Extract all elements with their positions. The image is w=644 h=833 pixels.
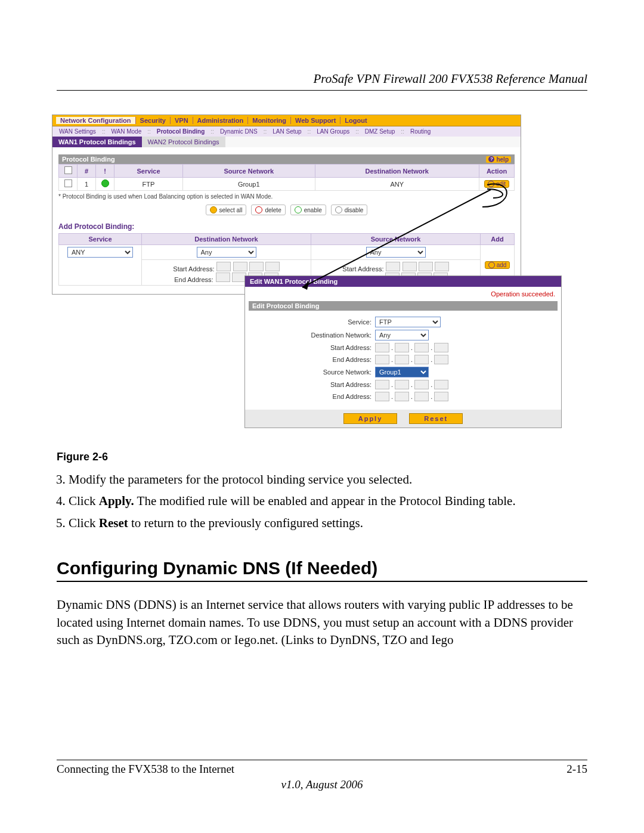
add-col-service: Service [59,234,142,245]
subnav-lan-setup[interactable]: LAN Setup [270,128,304,135]
label-end-addr: End Address: [252,356,371,363]
ip-octet-input[interactable] [395,343,409,352]
subnav-routing[interactable]: Routing [407,128,434,135]
ip-octet-input[interactable] [386,262,400,271]
edit-service-select[interactable]: FTP [375,317,441,327]
ip-octet-input[interactable] [414,343,429,352]
edit-button-row: Apply Reset [245,410,561,428]
label-start-addr: Start Address: [252,381,371,388]
edit-src-select[interactable]: Group1 [375,367,429,377]
enable-button[interactable]: enable [290,205,326,215]
nav-vpn[interactable]: VPN [170,117,193,124]
table-row: 1 FTP Group1 ANY edit [59,178,515,191]
ip-octet-input[interactable] [434,392,448,401]
ip-octet-input[interactable] [375,355,389,364]
tab-wan1-bindings[interactable]: WAN1 Protocol Bindings [52,137,142,147]
add-heading: Add Protocol Binding: [58,222,515,231]
ip-octet-input[interactable] [395,380,409,389]
nav-network-configuration[interactable]: Network Configuration [56,117,135,124]
circle-icon [295,206,302,213]
subnav-dmz-setup[interactable]: DMZ Setup [362,128,398,135]
operation-message: Operation succeeded. [245,287,561,301]
ip-octet-input[interactable] [402,262,417,271]
panel-header: Protocol Binding ?help [58,154,515,164]
step-5: Click Reset to return to the previously … [69,514,587,532]
ip-octet-input[interactable] [375,343,389,352]
footer-rule [57,760,587,760]
ip-octet-input[interactable] [434,343,448,352]
ip-octet-input[interactable] [216,272,230,282]
ip-octet-input[interactable] [434,355,448,364]
edit-button[interactable]: edit [484,180,509,188]
subnav-lan-groups[interactable]: LAN Groups [314,128,352,135]
start-addr-label: Start Address: [173,265,216,272]
subnav-dynamic-dns[interactable]: Dynamic DNS [217,128,261,135]
row-dest: ANY [315,178,479,191]
help-button[interactable]: ?help [486,156,511,163]
ip-octet-input[interactable] [216,262,231,271]
select-all-button[interactable]: select all [206,205,247,215]
add-col-dest: Destination Network [142,234,311,245]
subnav-protocol-binding[interactable]: Protocol Binding [154,128,208,135]
ip-octet-input[interactable] [434,380,448,389]
step-list: Modify the parameters for the protocol b… [57,470,587,532]
col-source: Source Network [183,165,315,178]
tab-wan2-bindings[interactable]: WAN2 Protocol Bindings [142,137,225,147]
row-source: Group1 [183,178,315,191]
ip-octet-input[interactable] [375,380,389,389]
reset-button[interactable]: Reset [409,413,463,424]
subnav-wan-mode[interactable]: WAN Mode [108,128,144,135]
footer-page-number: 2-15 [566,763,587,776]
edit-dest-select[interactable]: Any [375,330,429,340]
note-text: * Protocol Binding is used when Load Bal… [58,193,515,200]
ip-octet-input[interactable] [395,392,409,401]
nav-monitoring[interactable]: Monitoring [247,117,290,124]
nav-logout[interactable]: Logout [340,117,371,124]
start-addr-label: Start Address: [342,265,386,272]
dest-network-select[interactable]: Any [197,247,256,258]
row-service: FTP [114,178,183,191]
nav-security[interactable]: Security [135,117,170,124]
top-nav: Network Configuration Security VPN Admin… [52,115,521,126]
ip-octet-input[interactable] [419,262,433,271]
label-service: Service: [252,318,371,326]
nav-administration[interactable]: Administration [193,117,248,124]
apply-button[interactable]: Apply [343,413,398,424]
col-action: Action [479,165,515,178]
delete-button[interactable]: delete [251,205,285,215]
label-end-addr: End Address: [252,393,371,400]
circle-icon [210,206,217,213]
row-checkbox[interactable] [64,179,72,187]
src-network-select[interactable]: Any [366,247,426,258]
ip-octet-input[interactable] [395,355,409,364]
add-button[interactable]: add [485,261,510,269]
status-enabled-icon [101,179,109,187]
add-col-add: Add [481,234,515,245]
ip-octet-input[interactable] [233,262,247,271]
ip-octet-input[interactable] [265,262,280,271]
nav-web-support[interactable]: Web Support [290,117,340,124]
ip-octet-input[interactable] [435,262,449,271]
panel-title: Protocol Binding [62,156,115,163]
label-src-network: Source Network: [252,368,371,376]
footer-version: v1.0, August 2006 [57,778,587,791]
ip-octet-input[interactable] [414,392,429,401]
add-icon [488,262,495,268]
ip-octet-input[interactable] [249,262,264,271]
step-4: Click Apply. The modified rule will be e… [69,492,587,510]
step-3: Modify the parameters for the protocol b… [69,470,587,488]
ip-octet-input[interactable] [414,380,429,389]
page-footer: Connecting the FVX538 to the Internet 2-… [57,755,587,791]
ip-octet-input[interactable] [414,355,429,364]
subnav-wan-settings[interactable]: WAN Settings [56,128,99,135]
service-select[interactable]: ANY [67,247,133,258]
tab-strip: WAN1 Protocol Bindings WAN2 Protocol Bin… [52,137,521,147]
page-header-title: ProSafe VPN Firewall 200 FVX538 Referenc… [57,72,587,86]
col-num: # [78,165,96,178]
disable-button[interactable]: disable [331,205,368,215]
ip-octet-input[interactable] [375,392,389,401]
edit-body: Service:FTP Destination Network:Any Star… [245,311,561,410]
select-all-checkbox[interactable] [64,166,72,174]
figure-caption: Figure 2-6 [57,451,587,463]
edit-bar: Edit Protocol Binding [249,301,558,311]
